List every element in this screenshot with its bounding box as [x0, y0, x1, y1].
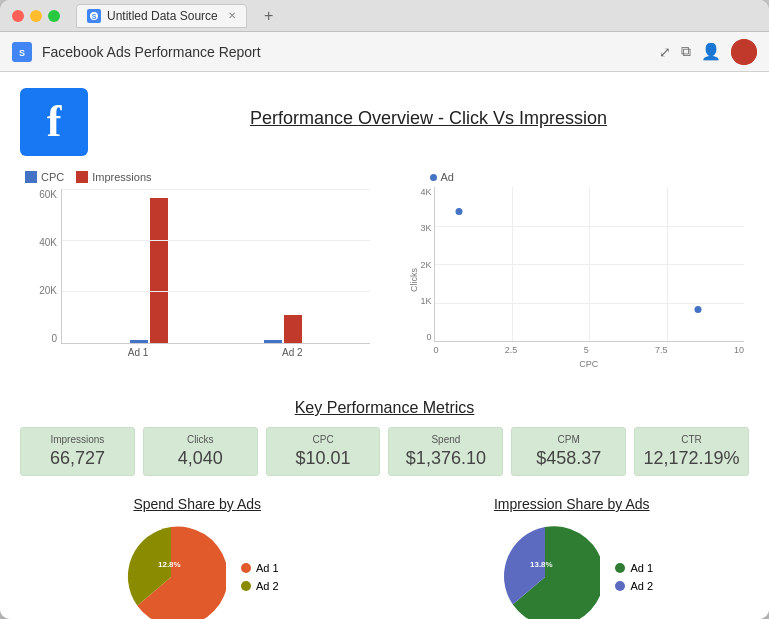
- spend-pie-wrapper: 12.8% Ad 1 Ad 2: [20, 522, 375, 619]
- spend-legend-ad2: Ad 2: [241, 580, 279, 592]
- kpm-label-spend: Spend: [397, 434, 494, 445]
- impression-legend-ad2: Ad 2: [615, 580, 653, 592]
- bar-pair-ad1: [130, 198, 168, 343]
- kpm-card-cpm: CPM $458.37: [511, 427, 626, 476]
- minimize-button[interactable]: [30, 10, 42, 22]
- maximize-button[interactable]: [48, 10, 60, 22]
- bar-cpc-ad2: [264, 340, 282, 343]
- x-label-ad1: Ad 1: [128, 347, 149, 358]
- x-label-ad2: Ad 2: [282, 347, 303, 358]
- kpm-card-spend: Spend $1,376.10: [388, 427, 503, 476]
- scatter-x-0: 0: [434, 345, 439, 355]
- close-button[interactable]: [12, 10, 24, 22]
- impression-legend-dot-ad1: [615, 563, 625, 573]
- kpm-value-clicks: 4,040: [152, 448, 249, 469]
- report-title: Performance Overview - Click Vs Impressi…: [108, 108, 749, 129]
- svg-text:S: S: [92, 13, 97, 20]
- cpc-color: [25, 171, 37, 183]
- main-content: f Performance Overview - Click Vs Impres…: [0, 72, 769, 619]
- kpm-value-cpc: $10.01: [275, 448, 372, 469]
- spend-pie-label: 12.8%: [158, 560, 181, 569]
- scatter-y-3k: 3K: [412, 223, 432, 233]
- cpc-label: CPC: [41, 171, 64, 183]
- scatter-point-ad1: [456, 208, 463, 215]
- kpm-card-ctr: CTR 12,172.19%: [634, 427, 749, 476]
- scatter-vgrid-3: [667, 187, 668, 341]
- toolbar-actions: ⤢ ⧉ 👤: [659, 39, 757, 65]
- impression-pie-legend: Ad 1 Ad 2: [615, 562, 653, 592]
- kpm-label-cpc: CPC: [275, 434, 372, 445]
- impression-share-title: Impression Share by Ads: [395, 496, 750, 512]
- scatter-y-labels: 4K 3K 2K 1K 0: [412, 187, 432, 342]
- spend-legend-label-ad2: Ad 2: [256, 580, 279, 592]
- scatter-x-5: 5: [584, 345, 589, 355]
- y-label-0: 0: [25, 333, 57, 344]
- kpm-value-ctr: 12,172.19%: [643, 448, 740, 469]
- scatter-y-1k: 1K: [412, 296, 432, 306]
- toolbar: S Facebook Ads Performance Report ⤢ ⧉ 👤: [0, 32, 769, 72]
- charts-row: CPC Impressions 60K 40K 20K 0: [20, 166, 749, 379]
- bar-group-ad1: [82, 198, 216, 343]
- spend-legend-dot-ad1: [241, 563, 251, 573]
- copy-icon[interactable]: ⧉: [681, 43, 691, 60]
- kpm-label-clicks: Clicks: [152, 434, 249, 445]
- app-window: S Untitled Data Source ✕ + S Facebook Ad…: [0, 0, 769, 619]
- bar-group-ad2: [216, 315, 350, 343]
- titlebar: S Untitled Data Source ✕ +: [0, 0, 769, 32]
- tab-close-button[interactable]: ✕: [228, 10, 236, 21]
- kpm-card-cpc: CPC $10.01: [266, 427, 381, 476]
- avatar[interactable]: [731, 39, 757, 65]
- impressions-color: [76, 171, 88, 183]
- report-header: f Performance Overview - Click Vs Impres…: [20, 88, 749, 156]
- bar-chart-area: [61, 189, 370, 344]
- legend-impressions: Impressions: [76, 171, 151, 183]
- kpm-label-cpm: CPM: [520, 434, 617, 445]
- active-tab[interactable]: S Untitled Data Source ✕: [76, 4, 247, 28]
- bar-chart-container: CPC Impressions 60K 40K 20K 0: [20, 166, 375, 379]
- traffic-lights: [12, 10, 60, 22]
- scatter-legend-label: Ad: [441, 171, 454, 183]
- scatter-x-labels: 0 2.5 5 7.5 10: [434, 345, 745, 355]
- kpm-label-ctr: CTR: [643, 434, 740, 445]
- tab-title: Untitled Data Source: [107, 9, 218, 23]
- scatter-y-2k: 2K: [412, 260, 432, 270]
- bar-impressions-ad2: [284, 315, 302, 343]
- grid-line-top: [62, 189, 370, 190]
- impression-share-area: Impression Share by Ads 13.8%: [395, 496, 750, 619]
- bar-chart-legend: CPC Impressions: [25, 171, 370, 183]
- kpm-value-cpm: $458.37: [520, 448, 617, 469]
- legend-cpc: CPC: [25, 171, 64, 183]
- spend-pie-chart: 12.8%: [116, 522, 226, 619]
- svg-text:S: S: [19, 48, 25, 58]
- scatter-vgrid-1: [512, 187, 513, 341]
- kpm-label-impressions: Impressions: [29, 434, 126, 445]
- scatter-chart-container: Ad Clicks 4K 3K 2K 1K 0: [395, 166, 750, 379]
- spend-share-title: Spend Share by Ads: [20, 496, 375, 512]
- impression-pie-wrapper: 13.8% Ad 1 Ad 2: [395, 522, 750, 619]
- scatter-y-4k: 4K: [412, 187, 432, 197]
- app-logo: S: [12, 42, 32, 62]
- new-tab-button[interactable]: +: [255, 4, 283, 28]
- scatter-point-ad2: [694, 306, 701, 313]
- y-axis-labels: 60K 40K 20K 0: [25, 189, 57, 344]
- person-icon[interactable]: 👤: [701, 42, 721, 61]
- report-title-area: Performance Overview - Click Vs Impressi…: [108, 88, 749, 129]
- spend-legend-dot-ad2: [241, 581, 251, 591]
- bars-container: [62, 189, 370, 343]
- impression-legend-label-ad2: Ad 2: [630, 580, 653, 592]
- kpm-title: Key Performance Metrics: [20, 399, 749, 417]
- scatter-x-2_5: 2.5: [505, 345, 518, 355]
- scatter-legend-dot: [430, 174, 437, 181]
- kpm-section: Key Performance Metrics Impressions 66,7…: [20, 399, 749, 476]
- svg-point-4: [731, 39, 757, 65]
- toolbar-title: Facebook Ads Performance Report: [42, 44, 261, 60]
- expand-icon[interactable]: ⤢: [659, 44, 671, 60]
- scatter-y-0: 0: [412, 332, 432, 342]
- scatter-x-axis-title: CPC: [434, 359, 745, 369]
- kpm-value-spend: $1,376.10: [397, 448, 494, 469]
- spend-legend-label-ad1: Ad 1: [256, 562, 279, 574]
- kpm-cards: Impressions 66,727 Clicks 4,040 CPC $10.…: [20, 427, 749, 476]
- scatter-legend: Ad: [430, 171, 745, 183]
- y-label-60k: 60K: [25, 189, 57, 200]
- bar-impressions-ad1: [150, 198, 168, 343]
